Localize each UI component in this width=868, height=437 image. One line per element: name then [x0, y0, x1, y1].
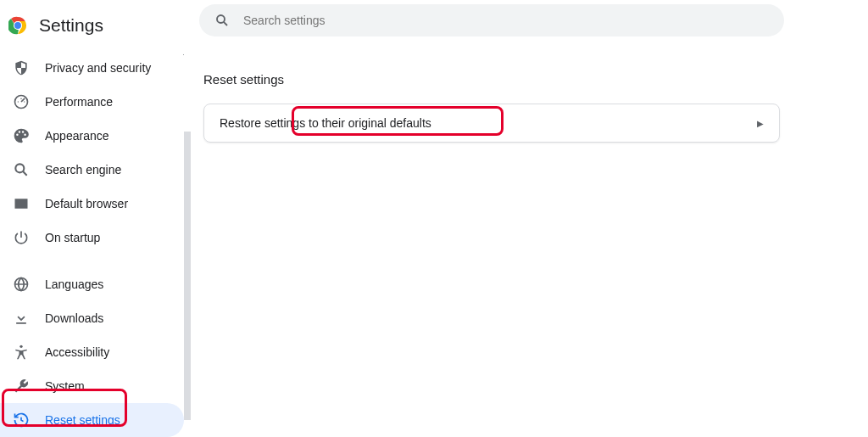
history-icon [13, 412, 30, 429]
sidebar-nav-secondary: Languages Downloads Accessibility System… [0, 267, 191, 437]
sidebar-item-label: Accessibility [45, 345, 109, 359]
card-label: Restore settings to their original defau… [220, 116, 431, 130]
sidebar-item-label: Default browser [45, 197, 128, 210]
sidebar-separator [0, 255, 191, 267]
speedometer-icon [13, 93, 30, 110]
sidebar-item-label: System [45, 379, 85, 393]
page-title: Settings [39, 15, 103, 36]
content-area: Reset settings Restore settings to their… [199, 72, 784, 143]
svg-point-2 [14, 22, 21, 29]
chevron-right-icon: ▶ [757, 119, 764, 128]
sidebar-item-label: On startup [45, 231, 100, 244]
scrollbar-thumb[interactable] [184, 132, 191, 420]
sidebar-nav: Privacy and security Performance Appeara… [0, 51, 191, 255]
browser-icon [13, 195, 30, 212]
svg-point-7 [217, 15, 225, 23]
chrome-logo-icon [8, 16, 27, 35]
sidebar-item-label: Languages [45, 277, 103, 291]
restore-defaults-row[interactable]: Restore settings to their original defau… [203, 104, 780, 143]
sidebar-item-performance[interactable]: Performance [0, 85, 184, 119]
sidebar-item-search-engine[interactable]: Search engine [0, 153, 184, 187]
search-bar[interactable] [199, 4, 784, 36]
globe-icon [13, 276, 30, 293]
accessibility-icon [13, 344, 30, 361]
wrench-icon [13, 378, 30, 395]
svg-point-4 [15, 164, 24, 172]
search-icon [13, 161, 30, 178]
scrollbar-track[interactable] [184, 47, 191, 420]
sidebar-item-accessibility[interactable]: Accessibility [0, 335, 184, 369]
search-input[interactable] [243, 14, 769, 27]
sidebar-item-reset-settings[interactable]: Reset settings [0, 403, 184, 437]
sidebar-item-appearance[interactable]: Appearance [0, 119, 184, 153]
sidebar-item-label: Appearance [45, 129, 109, 143]
power-icon [13, 229, 30, 246]
sidebar-item-privacy[interactable]: Privacy and security [0, 51, 184, 85]
shield-icon [13, 59, 30, 76]
sidebar-header: Settings [0, 0, 191, 51]
svg-point-6 [19, 345, 22, 348]
sidebar-item-on-startup[interactable]: On startup [0, 221, 184, 255]
sidebar-item-downloads[interactable]: Downloads [0, 301, 184, 335]
sidebar-item-system[interactable]: System [0, 369, 184, 403]
section-title: Reset settings [203, 72, 780, 87]
main-content: Reset settings Restore settings to their… [191, 0, 868, 437]
sidebar-item-label: Performance [45, 95, 113, 109]
sidebar-item-label: Downloads [45, 311, 103, 325]
search-icon [214, 13, 230, 28]
sidebar: Settings Privacy and security Performanc… [0, 0, 191, 437]
sidebar-item-label: Reset settings [45, 413, 120, 427]
palette-icon [13, 127, 30, 144]
download-icon [13, 310, 30, 327]
sidebar-item-label: Privacy and security [45, 61, 151, 75]
sidebar-item-label: Search engine [45, 163, 121, 176]
sidebar-item-languages[interactable]: Languages [0, 267, 184, 301]
sidebar-item-default-browser[interactable]: Default browser [0, 187, 184, 221]
